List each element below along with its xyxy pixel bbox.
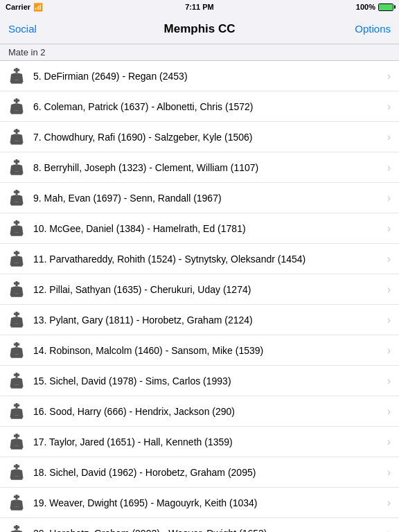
- status-left: Carrier 📶: [6, 3, 43, 12]
- battery-icon: [378, 3, 393, 11]
- chess-king-icon: [6, 218, 28, 240]
- chess-king-icon: [6, 339, 28, 362]
- svg-rect-31: [11, 295, 23, 296]
- list-item[interactable]: 11. Parvathareddy, Rohith (1524) - Sytny…: [0, 244, 399, 274]
- chevron-icon: ›: [387, 253, 391, 265]
- list-item[interactable]: 8. Berryhill, Joseph (1323) - Clement, W…: [0, 152, 399, 183]
- chess-king-icon: [6, 96, 28, 118]
- svg-rect-55: [11, 478, 23, 479]
- list-item[interactable]: 15. Sichel, David (1978) - Sims, Carlos …: [0, 366, 399, 396]
- status-right: 100%: [356, 3, 393, 11]
- game-list: 5. DeFirmian (2649) - Regan (2453) › 6. …: [0, 61, 399, 532]
- chevron-icon: ›: [387, 314, 391, 326]
- battery-percent: 100%: [356, 3, 375, 11]
- chevron-icon: ›: [387, 466, 391, 479]
- item-text: 10. McGee, Daniel (1384) - Hamelrath, Ed…: [33, 223, 384, 234]
- list-item[interactable]: 20. Horobetz, Graham (2092) - Weaver, Dw…: [0, 518, 399, 532]
- list-item[interactable]: 12. Pillai, Sathyan (1635) - Cherukuri, …: [0, 274, 399, 305]
- chess-king-icon: [6, 157, 28, 179]
- section-header: Mate in 2: [0, 44, 399, 61]
- list-item[interactable]: 17. Taylor, Jared (1651) - Hall, Kenneth…: [0, 427, 399, 457]
- chevron-icon: ›: [387, 283, 391, 296]
- chess-king-icon: [6, 370, 28, 392]
- chevron-icon: ›: [387, 192, 391, 204]
- svg-rect-25: [14, 251, 19, 254]
- nav-social-button[interactable]: Social: [8, 23, 50, 35]
- nav-options-button[interactable]: Options: [349, 23, 391, 35]
- svg-rect-51: [11, 447, 23, 449]
- svg-rect-49: [14, 434, 19, 436]
- item-text: 6. Coleman, Patrick (1637) - Albonetti, …: [33, 101, 384, 112]
- svg-rect-57: [14, 495, 19, 497]
- chess-king-icon: [6, 431, 28, 453]
- chess-king-icon: [6, 126, 28, 148]
- item-text: 5. DeFirmian (2649) - Regan (2453): [33, 71, 384, 82]
- chevron-icon: ›: [387, 131, 391, 143]
- chevron-icon: ›: [387, 527, 391, 533]
- svg-rect-17: [14, 190, 19, 193]
- list-item[interactable]: 6. Coleman, Patrick (1637) - Albonetti, …: [0, 91, 399, 122]
- chess-king-icon: [6, 187, 28, 209]
- item-text: 13. Pylant, Gary (1811) - Horobetz, Grah…: [33, 314, 384, 326]
- chevron-icon: ›: [387, 161, 391, 174]
- list-item[interactable]: 16. Sood, Harry (666) - Hendrix, Jackson…: [0, 396, 399, 427]
- status-bar: Carrier 📶 7:11 PM 100%: [0, 0, 399, 14]
- svg-rect-1: [14, 69, 19, 71]
- svg-rect-47: [11, 417, 23, 418]
- item-text: 15. Sichel, David (1978) - Sims, Carlos …: [33, 375, 384, 387]
- svg-rect-19: [11, 204, 23, 205]
- item-text: 17. Taylor, Jared (1651) - Hall, Kenneth…: [33, 436, 384, 447]
- chevron-icon: ›: [387, 436, 391, 448]
- chess-king-icon: [6, 400, 28, 423]
- svg-rect-43: [11, 387, 23, 388]
- item-text: 7. Chowdhury, Rafi (1690) - Salzgeber, K…: [33, 132, 384, 143]
- svg-rect-45: [14, 404, 19, 406]
- section-header-label: Mate in 2: [8, 47, 45, 57]
- chevron-icon: ›: [387, 100, 391, 113]
- chevron-icon: ›: [387, 344, 391, 357]
- item-text: 16. Sood, Harry (666) - Hendrix, Jackson…: [33, 406, 384, 417]
- chess-king-icon: [6, 65, 28, 87]
- svg-rect-35: [11, 326, 23, 327]
- chevron-icon: ›: [387, 497, 391, 509]
- svg-rect-13: [14, 160, 19, 162]
- svg-rect-11: [11, 143, 23, 144]
- list-item[interactable]: 5. DeFirmian (2649) - Regan (2453) ›: [0, 61, 399, 91]
- item-text: 18. Sichel, David (1962) - Horobetz, Gra…: [33, 467, 384, 478]
- svg-rect-29: [14, 282, 19, 284]
- list-item[interactable]: 9. Mah, Evan (1697) - Senn, Randall (196…: [0, 183, 399, 213]
- svg-rect-3: [11, 82, 23, 83]
- status-time: 7:11 PM: [185, 3, 214, 11]
- list-item[interactable]: 19. Weaver, Dwight (1695) - Magouyrk, Ke…: [0, 488, 399, 518]
- item-text: 14. Robinson, Malcolm (1460) - Sansom, M…: [33, 345, 384, 356]
- svg-rect-59: [11, 508, 23, 510]
- item-text: 9. Mah, Evan (1697) - Senn, Randall (196…: [33, 193, 384, 204]
- chess-king-icon: [6, 248, 28, 270]
- svg-rect-39: [11, 356, 23, 357]
- list-item[interactable]: 13. Pylant, Gary (1811) - Horobetz, Grah…: [0, 305, 399, 335]
- svg-rect-21: [14, 221, 19, 223]
- list-item[interactable]: 18. Sichel, David (1962) - Horobetz, Gra…: [0, 457, 399, 488]
- item-text: 20. Horobetz, Graham (2092) - Weaver, Dw…: [33, 528, 384, 533]
- nav-title: Memphis CC: [50, 22, 349, 36]
- svg-rect-27: [11, 265, 23, 266]
- item-text: 8. Berryhill, Joseph (1323) - Clement, W…: [33, 162, 384, 173]
- svg-rect-53: [14, 465, 19, 467]
- svg-rect-7: [11, 112, 23, 114]
- wifi-icon: 📶: [33, 3, 43, 12]
- nav-bar: Social Memphis CC Options: [0, 14, 399, 44]
- list-item[interactable]: 14. Robinson, Malcolm (1460) - Sansom, M…: [0, 335, 399, 366]
- item-text: 12. Pillai, Sathyan (1635) - Cherukuri, …: [33, 284, 384, 295]
- item-text: 11. Parvathareddy, Rohith (1524) - Sytny…: [33, 254, 384, 265]
- svg-rect-15: [11, 173, 23, 175]
- chevron-icon: ›: [387, 70, 391, 82]
- chess-king-icon: [6, 492, 28, 514]
- list-item[interactable]: 10. McGee, Daniel (1384) - Hamelrath, Ed…: [0, 213, 399, 244]
- carrier-label: Carrier: [6, 3, 30, 11]
- svg-rect-37: [14, 343, 19, 345]
- svg-rect-9: [14, 130, 19, 132]
- list-item[interactable]: 7. Chowdhury, Rafi (1690) - Salzgeber, K…: [0, 122, 399, 152]
- chess-king-icon: [6, 522, 28, 533]
- chevron-icon: ›: [387, 375, 391, 387]
- item-text: 19. Weaver, Dwight (1695) - Magouyrk, Ke…: [33, 497, 384, 508]
